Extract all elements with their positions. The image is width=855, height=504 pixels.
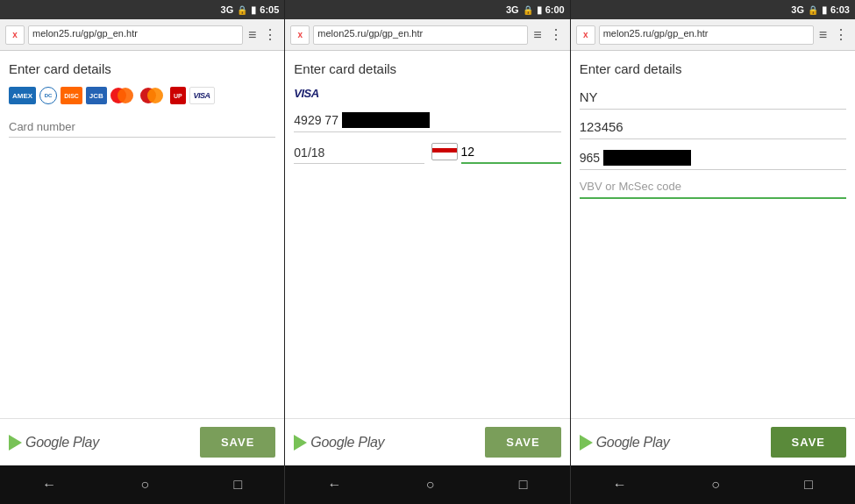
- diners-icon: DC: [39, 87, 57, 104]
- back-button-1[interactable]: ←: [42, 477, 56, 493]
- status-bar-3: 3G 🔒 ▮ 6:03: [571, 0, 855, 19]
- screen-2: 3G 🔒 ▮ 6:00 x melon25.ru/gp/gp_en.htr ≡ …: [285, 0, 570, 465]
- card-number-input-1[interactable]: [9, 117, 275, 138]
- unionpay-icon: UP: [170, 87, 186, 104]
- favicon-1: x: [5, 25, 25, 45]
- url-bar-2[interactable]: melon25.ru/gp/gp_en.htr: [313, 25, 528, 45]
- battery-icon-3: ▮: [822, 4, 827, 16]
- home-button-1[interactable]: ○: [140, 477, 149, 493]
- footer-1: Google Play SAVE: [0, 418, 284, 465]
- card-number-partial-2: 4929 77: [294, 113, 338, 127]
- nav-section-2: ← ○ □: [285, 465, 570, 504]
- discover-icon: DISC: [61, 87, 82, 104]
- cvv2-partial-3: 965: [580, 151, 600, 165]
- google-play-2: Google Play: [294, 435, 384, 451]
- visa-icon-s1: VISA: [189, 87, 215, 104]
- home-button-2[interactable]: ○: [426, 477, 435, 493]
- save-button-1[interactable]: SAVE: [200, 427, 275, 458]
- back-button-2[interactable]: ←: [327, 477, 341, 493]
- expiry-field-2: 01/18: [294, 142, 424, 164]
- visa-label-s2: VISA: [294, 87, 560, 100]
- signal-2: 3G: [506, 4, 519, 15]
- dots-icon-3[interactable]: ⋮: [832, 26, 850, 43]
- status-bar-2: 3G 🔒 ▮ 6:00: [285, 0, 569, 19]
- nav-section-3: ← ○ □: [571, 465, 855, 504]
- screen-1: 3G 🔒 ▮ 6:05 x melon25.ru/gp/gp_en.htr ≡ …: [0, 0, 285, 465]
- signal-1: 3G: [221, 4, 234, 15]
- card-brands-1: AMEX DC DISC JCB UP VISA: [9, 87, 275, 104]
- battery-icon-2: ▮: [537, 4, 542, 16]
- favicon-2: x: [290, 25, 310, 45]
- cvv2-row-3[interactable]: 965: [580, 146, 846, 170]
- footer-3: Google Play SAVE: [571, 418, 855, 465]
- google-play-1: Google Play: [9, 435, 99, 451]
- cvv2-redacted-3: [603, 150, 691, 166]
- recent-button-1[interactable]: □: [233, 477, 242, 493]
- page-content-1: Enter card details AMEX DC DISC JCB UP V…: [0, 51, 284, 418]
- url-bar-1[interactable]: melon25.ru/gp/gp_en.htr: [28, 25, 243, 45]
- recent-button-2[interactable]: □: [519, 477, 528, 493]
- save-button-3[interactable]: SAVE: [771, 427, 846, 458]
- page-content-2: Enter card details VISA 4929 77 01/18: [285, 51, 569, 418]
- page-title-1: Enter card details: [9, 61, 275, 76]
- time-3: 6:03: [830, 4, 850, 15]
- lock-icon-1: 🔒: [237, 5, 247, 15]
- ny-field[interactable]: NY: [580, 87, 846, 110]
- play-icon-3: [580, 435, 593, 451]
- google-play-text-3: Google Play: [596, 435, 670, 451]
- browser-bar-2: x melon25.ru/gp/gp_en.htr ≡ ⋮: [285, 19, 569, 51]
- signal-3: 3G: [791, 4, 804, 15]
- status-bar-1: 3G 🔒 ▮ 6:05: [0, 0, 284, 19]
- vbv-field[interactable]: VBV or McSec code: [580, 177, 846, 199]
- screen-3: 3G 🔒 ▮ 6:03 x melon25.ru/gp/gp_en.htr ≡ …: [571, 0, 855, 465]
- nav-bar: ← ○ □ ← ○ □ ← ○ □: [0, 465, 855, 504]
- back-button-3[interactable]: ←: [613, 477, 627, 493]
- page-content-3: Enter card details NY 123456 965 VBV or …: [571, 51, 855, 418]
- cvv-row-2: [431, 141, 561, 164]
- url-bar-3[interactable]: melon25.ru/gp/gp_en.htr: [599, 25, 814, 45]
- time-1: 6:05: [260, 4, 279, 15]
- amex-icon: AMEX: [9, 87, 36, 104]
- google-play-text-2: Google Play: [310, 435, 384, 451]
- cvv-input-2[interactable]: [461, 141, 561, 164]
- ny-value: NY: [580, 87, 846, 110]
- browser-bar-3: x melon25.ru/gp/gp_en.htr ≡ ⋮: [571, 19, 855, 51]
- dots-icon-2[interactable]: ⋮: [547, 26, 565, 43]
- lines-icon-1[interactable]: ≡: [246, 27, 258, 43]
- zipcode-value: 123456: [580, 117, 846, 139]
- expiry-cvv-row-2: 01/18: [294, 141, 560, 164]
- google-play-text-1: Google Play: [25, 435, 99, 451]
- footer-2: Google Play SAVE: [285, 418, 569, 465]
- lines-icon-3[interactable]: ≡: [817, 27, 829, 43]
- card-number-redacted-2: [342, 112, 430, 128]
- google-play-3: Google Play: [580, 435, 670, 451]
- time-2: 6:00: [545, 4, 565, 15]
- card-number-field-1[interactable]: [9, 117, 275, 138]
- play-icon-2: [294, 435, 307, 451]
- favicon-3: x: [576, 25, 595, 45]
- save-button-2[interactable]: SAVE: [485, 427, 560, 458]
- page-title-2: Enter card details: [294, 61, 560, 76]
- lock-icon-2: 🔒: [523, 5, 533, 15]
- lines-icon-2[interactable]: ≡: [531, 27, 543, 43]
- page-title-3: Enter card details: [580, 61, 846, 76]
- zipcode-field[interactable]: 123456: [580, 117, 846, 139]
- home-button-3[interactable]: ○: [711, 477, 720, 493]
- dots-icon-1[interactable]: ⋮: [261, 26, 279, 43]
- nav-section-1: ← ○ □: [0, 465, 285, 504]
- battery-icon-1: ▮: [251, 4, 256, 16]
- expiry-value-2: 01/18: [294, 142, 424, 164]
- browser-bar-1: x melon25.ru/gp/gp_en.htr ≡ ⋮: [0, 19, 284, 51]
- card-number-row-2[interactable]: 4929 77: [294, 109, 560, 132]
- mastercard2-icon: [140, 87, 163, 104]
- play-icon-1: [9, 435, 22, 451]
- cvv-card-icon-2: [431, 143, 458, 160]
- recent-button-3[interactable]: □: [804, 477, 813, 493]
- lock-icon-3: 🔒: [808, 5, 818, 15]
- mastercard-icon: [110, 87, 133, 104]
- jcb-icon: JCB: [86, 87, 107, 104]
